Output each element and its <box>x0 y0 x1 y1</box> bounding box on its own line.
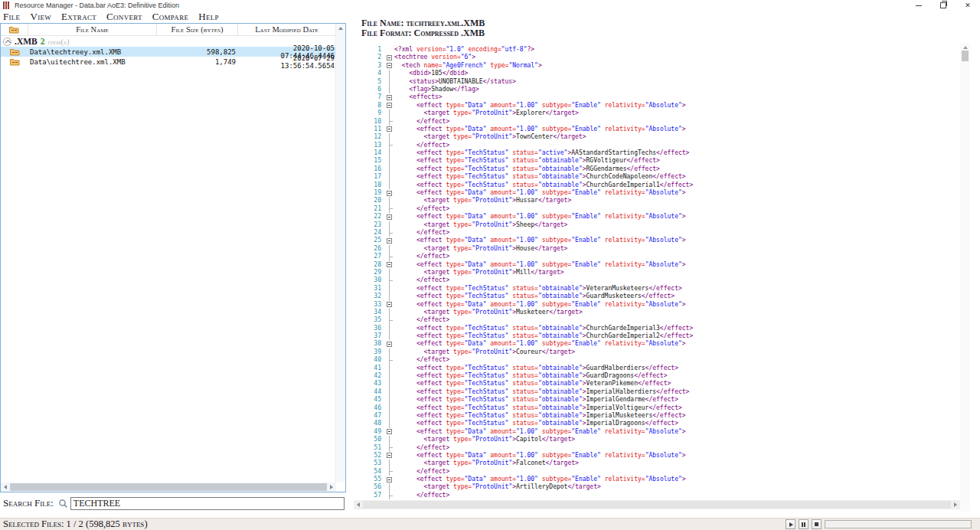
code-line: 20 <target type="ProtoUnit">Hussar</targ… <box>366 197 960 204</box>
code-line: 11 <effect type="Data" amount="1.00" sub… <box>366 126 960 133</box>
code-text: <tech name="Age0French" type="Normal"> <box>394 62 542 70</box>
file-list: File Name File Size (bytes) Last Modifie… <box>0 23 346 492</box>
code-text: <effect type="TechStatus" status="obtain… <box>394 173 686 181</box>
scrollbar-thumb[interactable] <box>962 51 969 61</box>
code-text: <target type="ProtoUnit">TownCenter</tar… <box>394 133 586 141</box>
line-number: 23 <box>366 221 384 229</box>
fold-collapse-icon[interactable] <box>387 342 392 347</box>
code-horizontal-scrollbar[interactable] <box>354 500 960 509</box>
play-button[interactable] <box>786 519 795 529</box>
pause-button[interactable] <box>799 519 808 529</box>
column-header-file-size[interactable]: File Size (bytes) <box>157 24 238 35</box>
menu-extract[interactable]: Extract <box>58 11 103 23</box>
fold-margin[interactable] <box>384 452 394 460</box>
code-line: 33 <effect type="Data" amount="1.00" sub… <box>366 301 960 309</box>
column-header-icon[interactable] <box>1 24 28 35</box>
code-line: 5 <status>UNOBTAINABLE</status> <box>366 78 960 86</box>
fold-margin <box>384 205 394 213</box>
list-horizontal-scrollbar[interactable] <box>1 483 336 492</box>
menu-bar: FileViewExtractConvertCompareHelp <box>0 11 360 23</box>
line-number: 7 <box>366 93 384 101</box>
column-header-modified[interactable]: Last Modified Date <box>238 24 336 35</box>
fold-margin[interactable] <box>384 340 394 348</box>
search-input[interactable] <box>70 497 345 510</box>
fold-collapse-icon[interactable] <box>387 95 392 100</box>
scroll-right-icon <box>954 502 957 507</box>
folder-icon <box>10 48 20 56</box>
fold-margin[interactable] <box>384 54 394 61</box>
fold-collapse-icon[interactable] <box>387 126 392 132</box>
menu-compare[interactable]: Compare <box>149 11 195 23</box>
code-line: 39 <target type="ProtoUnit">Coureur</tar… <box>366 348 960 356</box>
fold-collapse-icon[interactable] <box>387 55 392 61</box>
code-text: </effect> <box>394 356 449 364</box>
code-line: 51 </effect> <box>366 444 960 452</box>
search-icon <box>58 499 68 509</box>
fold-margin <box>384 118 394 126</box>
code-line: 24 </effect> <box>366 229 960 237</box>
menu-view[interactable]: View <box>27 11 58 23</box>
fold-margin[interactable] <box>384 428 394 436</box>
menu-help[interactable]: Help <box>195 11 226 23</box>
fold-collapse-icon[interactable] <box>387 302 392 307</box>
fold-margin <box>384 78 394 86</box>
column-header-file-name[interactable]: File Name <box>28 24 157 35</box>
restore-button[interactable] <box>931 0 956 11</box>
fold-collapse-icon[interactable] <box>387 238 392 244</box>
line-number: 26 <box>366 245 384 253</box>
fold-collapse-icon[interactable] <box>387 191 392 196</box>
code-text: <effect type="TechStatus" status="obtain… <box>394 420 678 427</box>
line-number: 14 <box>366 149 384 157</box>
code-line: 19 <effect type="Data" amount="1.00" sub… <box>366 189 960 197</box>
fold-margin[interactable] <box>384 476 394 483</box>
fold-margin <box>384 293 394 300</box>
menu-convert[interactable]: Convert <box>103 11 149 23</box>
line-number: 44 <box>366 388 384 396</box>
line-number: 32 <box>366 293 384 300</box>
fold-collapse-icon[interactable] <box>387 262 392 267</box>
fold-margin[interactable] <box>384 62 394 70</box>
scrollbar-thumb[interactable] <box>10 483 327 491</box>
file-row[interactable]: Data\uitechtree.xml.XMB1,7492020-07-29 1… <box>1 57 345 67</box>
fold-margin <box>384 157 394 165</box>
code-text: <status>UNOBTAINABLE</status> <box>394 78 516 86</box>
line-number: 11 <box>366 126 384 133</box>
fold-collapse-icon[interactable] <box>387 103 392 108</box>
fold-collapse-icon[interactable] <box>387 453 392 458</box>
line-number: 49 <box>366 428 384 436</box>
scrollbar-thumb[interactable] <box>363 501 951 509</box>
code-text: </effect> <box>394 229 449 237</box>
close-icon: ✕ <box>965 2 971 9</box>
list-vertical-scrollbar[interactable] <box>335 24 345 483</box>
collapse-chevron-icon[interactable] <box>3 38 11 46</box>
fold-collapse-icon[interactable] <box>387 429 392 434</box>
fold-margin[interactable] <box>384 102 394 110</box>
fold-collapse-icon[interactable] <box>387 214 392 220</box>
fold-margin <box>384 182 394 189</box>
fold-margin[interactable] <box>384 301 394 309</box>
fold-margin[interactable] <box>384 189 394 197</box>
code-line: 41 <effect type="TechStatus" status="obt… <box>366 365 960 372</box>
line-number: 5 <box>366 78 384 86</box>
menu-file[interactable]: File <box>0 11 27 23</box>
code-line: 22 <effect type="Data" amount="1.00" sub… <box>366 213 960 221</box>
code-text: <effect type="Data" amount="1.00" subtyp… <box>394 102 686 110</box>
fold-collapse-icon[interactable] <box>387 477 392 483</box>
fold-collapse-icon[interactable] <box>387 63 392 68</box>
fold-margin[interactable] <box>384 237 394 244</box>
code-text: <effect type="TechStatus" status="obtain… <box>394 332 693 340</box>
stop-button[interactable] <box>812 519 822 529</box>
code-vertical-scrollbar[interactable] <box>960 43 970 512</box>
line-number: 47 <box>366 412 384 420</box>
fold-margin[interactable] <box>384 93 394 101</box>
fold-margin <box>384 444 394 452</box>
code-line: 42 <effect type="TechStatus" status="obt… <box>366 372 960 380</box>
code-viewer[interactable]: 1<?xml version="1.0" encoding="utf-8"?>2… <box>366 46 960 500</box>
minimize-button[interactable] <box>906 0 931 11</box>
fold-margin[interactable] <box>384 261 394 269</box>
close-button[interactable]: ✕ <box>956 0 980 11</box>
fold-margin[interactable] <box>384 126 394 133</box>
code-line: 47 <effect type="TechStatus" status="obt… <box>366 412 960 420</box>
code-text: <effect type="TechStatus" status="obtain… <box>394 412 686 420</box>
fold-margin[interactable] <box>384 213 394 221</box>
